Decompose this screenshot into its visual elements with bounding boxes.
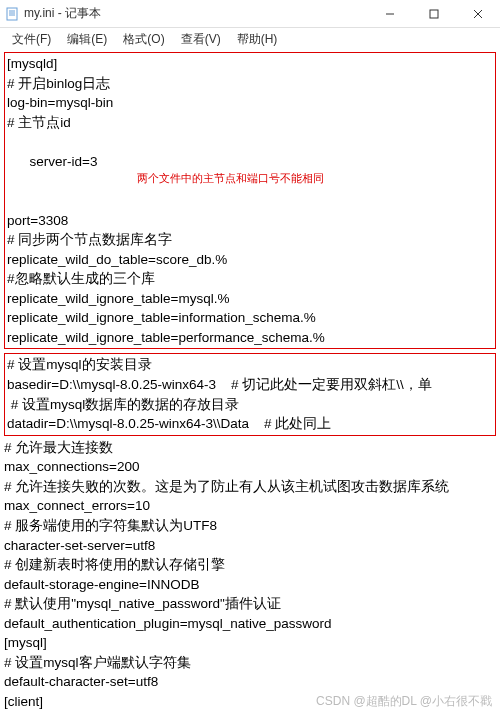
text-line: # 设置mysql的安装目录 [7, 355, 493, 375]
text-line: server-id=3 [30, 154, 98, 169]
text-line: replicate_wild_do_table=score_db.% [7, 250, 493, 270]
text-line: max_connect_errors=10 [4, 496, 496, 516]
svg-rect-0 [7, 8, 17, 20]
text-line: [mysql] [4, 633, 496, 653]
menu-view[interactable]: 查看(V) [173, 31, 229, 48]
highlight-box-1: [mysqld] # 开启binlog日志 log-bin=mysql-bin … [4, 52, 496, 349]
menu-format[interactable]: 格式(O) [115, 31, 172, 48]
text-line: replicate_wild_ignore_table=information_… [7, 308, 493, 328]
text-line: # 默认使用"mysql_native_password"插件认证 [4, 594, 496, 614]
text-line: # 开启binlog日志 [7, 74, 493, 94]
window-buttons [368, 0, 500, 28]
text-line: port=3308 [7, 211, 493, 231]
text-line: # 同步两个节点数据库名字 [7, 230, 493, 250]
text-line: # 服务端使用的字符集默认为UTF8 [4, 516, 496, 536]
text-line: # 允许连接失败的次数。这是为了防止有人从该主机试图攻击数据库系统 [4, 477, 496, 497]
text-line: # 主节点id [7, 113, 493, 133]
text-line: default_authentication_plugin=mysql_nati… [4, 614, 496, 634]
highlight-box-2: # 设置mysql的安装目录 basedir=D:\\mysql-8.0.25-… [4, 353, 496, 435]
menubar: 文件(F) 编辑(E) 格式(O) 查看(V) 帮助(H) [0, 28, 500, 50]
text-line: replicate_wild_ignore_table=performance_… [7, 328, 493, 348]
text-line: replicate_wild_ignore_table=mysql.% [7, 289, 493, 309]
text-line: default-storage-engine=INNODB [4, 575, 496, 595]
text-line: # 设置mysql数据库的数据的存放目录 [7, 395, 493, 415]
editor-content[interactable]: [mysqld] # 开启binlog日志 log-bin=mysql-bin … [0, 50, 500, 714]
text-line: # 设置mysql客户端默认字符集 [4, 653, 496, 673]
text-line: datadir=D:\\mysql-8.0.25-winx64-3\\Data … [7, 414, 493, 434]
watermark: CSDN @超酷的DL @小右很不戳 [316, 693, 492, 710]
menu-help[interactable]: 帮助(H) [229, 31, 286, 48]
svg-rect-5 [430, 10, 438, 18]
text-line: max_connections=200 [4, 457, 496, 477]
minimize-button[interactable] [368, 0, 412, 28]
maximize-button[interactable] [412, 0, 456, 28]
annotation-note: 两个文件中的主节点和端口号不能相同 [137, 171, 324, 187]
menu-file[interactable]: 文件(F) [4, 31, 59, 48]
text-line: # 创建新表时将使用的默认存储引擎 [4, 555, 496, 575]
text-line: basedir=D:\\mysql-8.0.25-winx64-3 # 切记此处… [7, 375, 493, 395]
text-line: character-set-server=utf8 [4, 536, 496, 556]
text-line: server-id=3 两个文件中的主节点和端口号不能相同 [7, 132, 493, 210]
text-line: #忽略默认生成的三个库 [7, 269, 493, 289]
notepad-icon [4, 6, 20, 22]
menu-edit[interactable]: 编辑(E) [59, 31, 115, 48]
text-line: log-bin=mysql-bin [7, 93, 493, 113]
text-line: # 允许最大连接数 [4, 438, 496, 458]
text-line: default-character-set=utf8 [4, 672, 496, 692]
text-line: [mysqld] [7, 54, 493, 74]
window-title: my.ini - 记事本 [24, 5, 101, 22]
titlebar: my.ini - 记事本 [0, 0, 500, 28]
close-button[interactable] [456, 0, 500, 28]
